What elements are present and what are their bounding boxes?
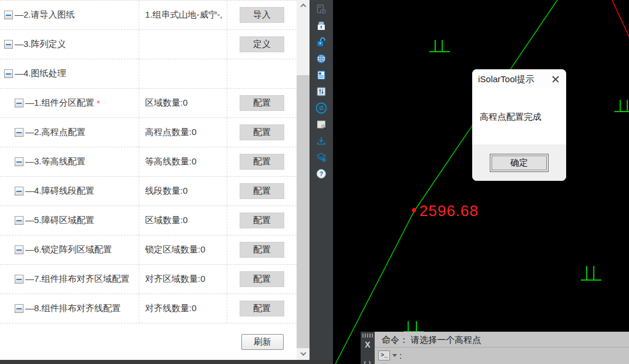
contour-line[interactable]	[335, 0, 557, 364]
collapse-minus-icon[interactable]	[4, 40, 13, 49]
row-label-cell: —7.组件排布对齐区域配置	[0, 265, 139, 294]
command-area: 命令： 请选择一个高程点 >_ :	[375, 332, 629, 364]
config-row-list: —2.请导入图纸1.组串式山地-威宁-,导入—3.阵列定义定义—4.图纸处理—1…	[0, 1, 297, 323]
isolartool-config-panel: —2.请导入图纸1.组串式山地-威宁-,导入—3.阵列定义定义—4.图纸处理—1…	[0, 0, 297, 360]
required-asterisk: *	[97, 98, 100, 108]
command-prompt-icon[interactable]: >_	[378, 350, 390, 360]
row-action-button[interactable]: 配置	[240, 242, 284, 258]
table-row: —1.组件分区配置*区域数量:0配置	[0, 89, 297, 118]
row-button-cell: 配置	[227, 265, 297, 294]
row-value: 等高线数量:0	[145, 156, 197, 167]
sync-icon[interactable]	[314, 102, 328, 114]
drag-grip-icon[interactable]	[362, 333, 373, 338]
ok-button[interactable]: 确定	[490, 154, 549, 172]
row-value: 1.组串式山地-威宁-,	[145, 9, 223, 21]
globe-grid-icon[interactable]	[314, 52, 328, 65]
collapse-minus-icon[interactable]	[15, 99, 23, 107]
collapse-minus-icon[interactable]	[15, 128, 23, 137]
collapse-minus-icon[interactable]	[15, 304, 23, 313]
layers-settings-icon[interactable]	[314, 151, 328, 164]
row-value-cell: 区域数量:0	[139, 89, 227, 117]
row-value-cell: 等高线数量:0	[139, 147, 227, 176]
elevation-marker[interactable]	[614, 100, 629, 112]
row-value: 高程点数量:0	[145, 127, 197, 138]
collapse-minus-icon[interactable]	[15, 187, 23, 196]
refresh-row: 刷新	[0, 323, 297, 350]
table-row: —2.高程点配置高程点数量:0配置	[0, 118, 297, 147]
row-button-cell: 配置	[227, 206, 297, 235]
row-action-button[interactable]: 配置	[240, 271, 284, 287]
collapse-minus-icon[interactable]	[15, 157, 23, 166]
row-value: 对齐区域数量:0	[145, 274, 206, 285]
download-icon[interactable]	[314, 134, 328, 147]
row-label: —3.等高线配置	[25, 156, 86, 167]
row-button-cell: 导入	[227, 1, 297, 29]
collapse-minus-icon[interactable]	[4, 69, 13, 78]
elevation-point-dot[interactable]	[412, 208, 416, 213]
unlock-icon[interactable]	[314, 36, 328, 49]
row-button-cell: 配置	[227, 294, 297, 323]
row-action-button[interactable]: 定义	[240, 36, 284, 52]
row-action-button[interactable]: 导入	[240, 7, 284, 23]
isolartool-dialog: iSolarTool提示 高程点配置完成 确定	[472, 69, 566, 181]
command-close-icon[interactable]: X	[361, 340, 375, 349]
drawing-visibility-icon[interactable]	[314, 3, 328, 16]
command-input-text[interactable]: :	[399, 350, 402, 360]
row-action-button[interactable]: 配置	[240, 124, 284, 140]
table-row: —5.障碍区域配置区域数量:0配置	[0, 206, 297, 235]
table-row: —4.障碍线段配置线段数量:0配置	[0, 177, 297, 206]
row-label: —3.阵列定义	[15, 39, 66, 50]
row-value-cell: 对齐线数量:0	[139, 294, 227, 323]
bottom-strip	[0, 360, 333, 364]
elevation-marker[interactable]	[403, 321, 423, 332]
collapse-minus-icon[interactable]	[15, 245, 23, 254]
row-value: 线段数量:0	[145, 186, 188, 197]
lock-icon[interactable]	[314, 19, 328, 32]
row-value: 区域数量:0	[145, 215, 188, 226]
svg-text:?: ?	[319, 170, 323, 177]
scrollbar-thumb[interactable]	[297, 75, 310, 348]
row-action-button[interactable]: 配置	[240, 183, 284, 199]
row-label: —5.障碍区域配置	[25, 215, 95, 226]
refresh-button[interactable]: 刷新	[241, 334, 284, 350]
command-input-row[interactable]: >_ :	[375, 348, 629, 363]
table-row: —3.等高线配置等高线数量:0配置	[0, 147, 297, 177]
row-action-button[interactable]: 配置	[240, 301, 284, 316]
dialog-footer: 确定	[472, 144, 566, 181]
scroll-up-arrow-icon[interactable]	[297, 0, 310, 11]
report-document-icon[interactable]	[314, 69, 328, 82]
row-value: 锁定区域数量:0	[145, 244, 206, 255]
command-status-text: 命令： 请选择一个高程点	[375, 332, 629, 348]
table-row: —7.组件排布对齐区域配置对齐区域数量:0配置	[0, 265, 297, 294]
close-icon[interactable]	[551, 75, 560, 84]
row-label-cell: —8.组件排布对齐线配置	[0, 294, 139, 323]
table-row: —6.锁定阵列区域配置锁定区域数量:0配置	[0, 235, 297, 265]
row-action-button[interactable]: 配置	[240, 154, 284, 170]
help-icon[interactable]: ?	[314, 167, 328, 180]
row-label: —6.锁定阵列区域配置	[25, 244, 112, 255]
app-window: —2.请导入图纸1.组串式山地-威宁-,导入—3.阵列定义定义—4.图纸处理—1…	[0, 0, 629, 364]
cad-drawing	[333, 0, 629, 364]
row-value: 区域数量:0	[145, 97, 188, 109]
boundary-line[interactable]	[612, 0, 629, 36]
command-bar: X 命令： 请选择一个高程点 >_ :	[361, 332, 629, 364]
collapse-minus-icon[interactable]	[15, 216, 23, 225]
layout-icon[interactable]	[314, 118, 328, 131]
panel-scrollbar[interactable]	[297, 0, 310, 360]
prompt-dropdown-icon[interactable]	[392, 354, 397, 357]
row-action-button[interactable]: 配置	[240, 213, 284, 228]
command-history-icon[interactable]	[364, 360, 371, 364]
cad-canvas[interactable]: 2596.68	[333, 0, 629, 364]
collapse-minus-icon[interactable]	[4, 11, 13, 19]
scroll-down-arrow-icon[interactable]	[297, 348, 310, 359]
sliders-icon[interactable]	[314, 85, 328, 98]
row-value-cell: 高程点数量:0	[139, 118, 227, 147]
dialog-title: iSolarTool提示	[478, 74, 551, 85]
row-action-button[interactable]: 配置	[240, 95, 284, 111]
row-label: —4.图纸处理	[15, 68, 66, 79]
elevation-marker[interactable]	[429, 40, 450, 52]
dialog-body: 高程点配置完成	[472, 89, 566, 144]
collapse-minus-icon[interactable]	[15, 275, 23, 284]
elevation-marker[interactable]	[581, 266, 601, 280]
elevation-value-label: 2596.68	[419, 202, 479, 220]
